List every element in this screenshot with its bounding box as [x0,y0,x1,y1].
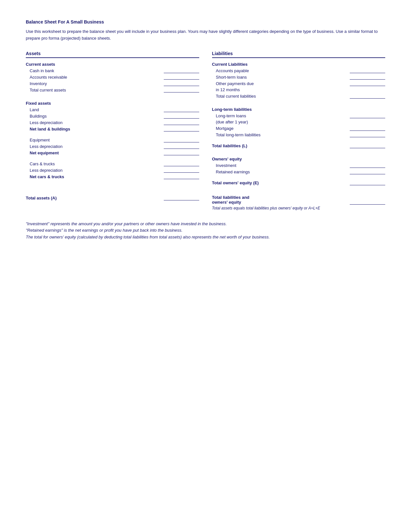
long-term-loans-field[interactable] [350,113,385,118]
liabilities-header: Liabilities [212,51,386,58]
accounts-receivable-field[interactable] [164,74,199,80]
mortgage-row: Mortgage [212,125,386,131]
mortgage-label: Mortgage [216,126,234,131]
assets-column: Assets Current assets Cash in bank Accou… [26,51,206,210]
retained-earnings-row: Retained earnings [212,169,386,175]
liabilities-column: Liabilities Current Liabilities Accounts… [206,51,386,210]
total-owners-equity-field[interactable] [350,180,385,185]
net-land-buildings-label: Net land & buildings [30,127,70,131]
footnote-1: "Investment" represents the amount you a… [26,221,385,227]
total-current-assets-row: Total current assets [26,87,199,93]
total-liabilities-equity-field[interactable] [350,199,385,205]
total-liabilities-label: Total liabilities (L) [212,143,248,148]
cars-trucks-label: Cars & trucks [30,161,55,166]
total-liabilities-equity-note: Total assets equals total liabilities pl… [212,206,386,210]
equipment-label: Equipment [30,138,50,142]
accounts-payable-row: Accounts payable [212,67,386,74]
current-assets-title: Current assets [26,62,199,67]
other-payments-due-row: Other payments due [212,80,386,87]
in-12-months-label: in 12 months [216,87,240,92]
retained-earnings-field[interactable] [350,169,385,174]
inventory-field[interactable] [164,81,199,86]
less-depreciation-3-row: Less depreciation [26,167,199,173]
footnote-2: "Retained earnings" is the net earnings … [26,227,385,234]
total-long-term-row: Total long-term liabilities [212,131,386,138]
total-long-term-label: Total long-term liabilities [216,132,261,137]
inventory-row: Inventory [26,80,199,87]
short-term-loans-field[interactable] [350,74,385,80]
footnote-3: The total for owners' equity (calculated… [26,234,385,241]
investment-label: Investment [216,163,237,168]
cars-trucks-field[interactable] [164,161,199,166]
fixed-assets-title: Fixed assets [26,101,199,106]
total-assets-row: Total assets (A) [26,195,199,201]
investment-row: Investment [212,162,386,169]
net-equipment-row: Net equipment [26,150,199,156]
total-current-liabilities-row: Total current liabilities [212,93,386,99]
less-depreciation-3-field[interactable] [164,168,199,173]
buildings-row: Buildings [26,113,199,119]
long-term-loans-label: Long-term loans [216,113,246,118]
total-liabilities-field[interactable] [350,143,385,148]
net-cars-trucks-row: Net cars & trucks [26,173,199,180]
less-depreciation-1-label: Less depreciation [30,120,63,125]
mortgage-field[interactable] [350,126,385,131]
net-cars-trucks-field[interactable] [164,174,199,179]
less-depreciation-1-row: Less depreciation [26,119,199,126]
accounts-payable-field[interactable] [350,68,385,73]
net-cars-trucks-label: Net cars & trucks [30,174,64,179]
buildings-label: Buildings [30,114,47,119]
land-row: Land [26,106,199,113]
footnotes-section: "Investment" represents the amount you a… [26,221,385,241]
investment-field[interactable] [350,163,385,168]
cash-in-bank-label: Cash in bank [30,68,54,73]
net-land-buildings-row: Net land & buildings [26,126,199,132]
less-depreciation-2-field[interactable] [164,144,199,149]
total-current-liabilities-field[interactable] [350,93,385,99]
accounts-receivable-row: Accounts receivable [26,74,199,80]
inventory-label: Inventory [30,81,47,86]
total-liabilities-equity-section: Total liabilities and owners' equity Tot… [212,195,386,210]
cash-in-bank-field[interactable] [164,68,199,73]
total-current-assets-field[interactable] [164,87,199,92]
buildings-field[interactable] [164,113,199,119]
less-depreciation-3-label: Less depreciation [30,168,63,173]
short-term-loans-label: Short-term loans [216,75,247,80]
total-current-assets-label: Total current assets [30,88,66,92]
less-depreciation-1-field[interactable] [164,120,199,125]
current-liabilities-title: Current Liabilities [212,62,386,67]
total-owners-equity-label: Total owners' equity (E) [212,180,259,185]
long-term-title: Long-term liabilities [212,107,386,112]
net-equipment-label: Net equipment [30,150,59,155]
total-current-liabilities-label: Total current liabilities [216,94,256,99]
equipment-field[interactable] [164,137,199,142]
total-owners-equity-row: Total owners' equity (E) [212,179,386,186]
total-liabilities-equity-title: Total liabilities and owners' equity [212,195,250,205]
cars-trucks-row: Cars & trucks [26,160,199,167]
due-after-row: (due after 1 year) [212,119,386,125]
total-liabilities-row: Total liabilities (L) [212,142,386,149]
retained-earnings-label: Retained earnings [216,169,250,174]
land-label: Land [30,107,39,112]
other-payments-due-label: Other payments due [216,81,254,86]
accounts-payable-label: Accounts payable [216,68,249,73]
in-12-months-row: in 12 months [212,87,386,93]
total-assets-field[interactable] [164,195,199,200]
long-term-loans-row: Long-term loans [212,112,386,119]
accounts-receivable-label: Accounts receivable [30,75,67,80]
intro-text: Use this worksheet to prepare the balanc… [26,28,385,42]
equipment-row: Equipment [26,137,199,143]
less-depreciation-2-label: Less depreciation [30,144,63,149]
short-term-loans-row: Short-term loans [212,74,386,80]
other-payments-due-field[interactable] [350,81,385,86]
land-field[interactable] [164,107,199,112]
page-title: Balance Sheet For A Small Business [26,19,385,24]
total-assets-label: Total assets (A) [26,196,57,200]
cash-in-bank-row: Cash in bank [26,67,199,74]
owners-equity-title: Owners' equity [212,157,386,161]
net-equipment-field[interactable] [164,150,199,155]
less-depreciation-2-row: Less depreciation [26,143,199,150]
due-after-label: (due after 1 year) [216,120,248,124]
total-long-term-field[interactable] [350,132,385,137]
net-land-buildings-field[interactable] [164,126,199,131]
